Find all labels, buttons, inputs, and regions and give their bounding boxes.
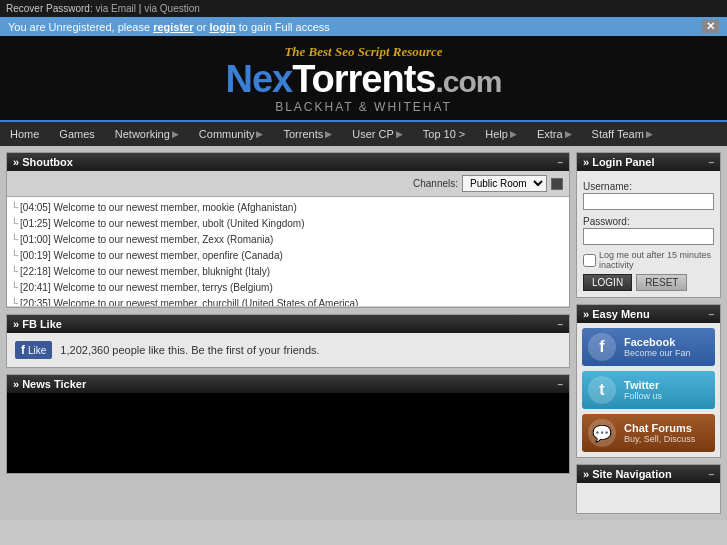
shoutbox-message: [00:19] Welcome to our newest member, op… [11, 248, 565, 264]
site-title: NexTorrents.com [10, 60, 717, 98]
easy-menu-twitter[interactable]: t Twitter Follow us [582, 371, 715, 409]
nav-item-torrents[interactable]: Torrents ▶ [273, 122, 342, 146]
twitter-title: Twitter [624, 379, 662, 391]
remember-checkbox[interactable] [583, 254, 596, 267]
site-nav-collapse[interactable]: – [708, 469, 714, 480]
easy-menu-collapse[interactable]: – [708, 309, 714, 320]
shoutbox-header: » Shoutbox – [7, 153, 569, 171]
main-nav: Home Games Networking ▶ Community ▶ Torr… [0, 120, 727, 146]
fb-like-panel: » FB Like – f Like 1,202,360 people like… [6, 314, 570, 368]
fb-like-count: 1,202,360 people like this. Be the first… [60, 344, 319, 356]
login-panel-body: Username: Password: Log me out after 15 … [577, 171, 720, 297]
channel-select[interactable]: Public Room [462, 175, 547, 192]
chat-icon: 💬 [588, 419, 616, 447]
easy-menu-title: » Easy Menu [583, 308, 650, 320]
easy-menu-header: » Easy Menu – [577, 305, 720, 323]
facebook-icon: f [588, 333, 616, 361]
nav-item-help[interactable]: Help ▶ [475, 122, 527, 146]
site-nav-body [577, 483, 720, 513]
fb-like-label: Like [28, 345, 46, 356]
password-input[interactable] [583, 228, 714, 245]
username-label: Username: [583, 181, 714, 192]
login-button-row: LOGIN RESET [583, 274, 714, 291]
notification-text: You are Unregistered, please register or… [8, 21, 330, 33]
twitter-icon: t [588, 376, 616, 404]
main-content: » Shoutbox – Channels: Public Room [04:0… [0, 146, 727, 520]
channel-icon [551, 178, 563, 190]
notification-bar: You are Unregistered, please register or… [0, 17, 727, 36]
nav-item-staffteam[interactable]: Staff Team ▶ [582, 122, 663, 146]
remember-row: Log me out after 15 minutes inactivity [583, 250, 714, 270]
chat-title: Chat Forums [624, 422, 695, 434]
chat-text: Chat Forums Buy, Sell, Discuss [624, 422, 695, 444]
shoutbox-message: [20:41] Welcome to our newest member, te… [11, 280, 565, 296]
login-link[interactable]: login [209, 21, 235, 33]
facebook-icon: f [21, 343, 25, 357]
facebook-sub: Become our Fan [624, 348, 691, 358]
news-ticker-panel: » News Ticker – [6, 374, 570, 474]
login-panel-header: » Login Panel – [577, 153, 720, 171]
notification-close-button[interactable]: ✕ [702, 20, 719, 33]
fb-like-header: » FB Like – [7, 315, 569, 333]
login-panel: » Login Panel – Username: Password: Log … [576, 152, 721, 298]
via-question-link[interactable]: via Question [144, 3, 200, 14]
nav-item-networking[interactable]: Networking ▶ [105, 122, 189, 146]
left-column: » Shoutbox – Channels: Public Room [04:0… [6, 152, 570, 514]
recover-password-text: Recover Password: via Email | via Questi… [6, 3, 200, 14]
site-title-torrents: Torrents [292, 58, 435, 100]
chat-sub: Buy, Sell, Discuss [624, 434, 695, 444]
facebook-text: Facebook Become our Fan [624, 336, 691, 358]
right-column: » Login Panel – Username: Password: Log … [576, 152, 721, 514]
site-nav-header: » Site Navigation – [577, 465, 720, 483]
easy-menu-chat[interactable]: 💬 Chat Forums Buy, Sell, Discuss [582, 414, 715, 452]
top-bar: Recover Password: via Email | via Questi… [0, 0, 727, 17]
username-input[interactable] [583, 193, 714, 210]
easy-menu-facebook[interactable]: f Facebook Become our Fan [582, 328, 715, 366]
nav-item-top10[interactable]: Top 10 > [413, 122, 476, 146]
shoutbox-title: » Shoutbox [13, 156, 73, 168]
site-nav-title: » Site Navigation [583, 468, 672, 480]
channel-label: Channels: [413, 178, 458, 189]
remember-label: Log me out after 15 minutes inactivity [599, 250, 714, 270]
via-email-link[interactable]: via Email [95, 3, 136, 14]
fb-like-collapse[interactable]: – [557, 319, 563, 330]
header: The Best Seo Script Resource NexTorrents… [0, 36, 727, 120]
fb-like-body: f Like 1,202,360 people like this. Be th… [7, 333, 569, 367]
shoutbox-message: [04:05] Welcome to our newest member, mo… [11, 200, 565, 216]
nav-item-games[interactable]: Games [49, 122, 104, 146]
nav-item-community[interactable]: Community ▶ [189, 122, 274, 146]
nav-item-home[interactable]: Home [0, 122, 49, 146]
reset-button[interactable]: RESET [636, 274, 687, 291]
shoutbox-toolbar: Channels: Public Room [7, 171, 569, 197]
shoutbox-panel: » Shoutbox – Channels: Public Room [04:0… [6, 152, 570, 308]
shoutbox-body: Channels: Public Room [04:05] Welcome to… [7, 171, 569, 307]
shoutbox-message: [01:00] Welcome to our newest member, Ze… [11, 232, 565, 248]
easy-menu-body: f Facebook Become our Fan t Twitter Foll… [577, 323, 720, 457]
shoutbox-message: [01:25] Welcome to our newest member, ub… [11, 216, 565, 232]
site-nav-panel: » Site Navigation – [576, 464, 721, 514]
login-panel-title: » Login Panel [583, 156, 655, 168]
shoutbox-messages[interactable]: [04:05] Welcome to our newest member, mo… [7, 197, 569, 307]
easy-menu-panel: » Easy Menu – f Facebook Become our Fan … [576, 304, 721, 458]
shoutbox-collapse[interactable]: – [557, 157, 563, 168]
site-title-com: .com [436, 65, 502, 98]
twitter-text: Twitter Follow us [624, 379, 662, 401]
nav-item-extra[interactable]: Extra ▶ [527, 122, 582, 146]
news-ticker-title: » News Ticker [13, 378, 86, 390]
shoutbox-message: [22:18] Welcome to our newest member, bl… [11, 264, 565, 280]
shoutbox-message: [20:35] Welcome to our newest member, ch… [11, 296, 565, 307]
news-ticker-body [7, 393, 569, 473]
fb-like-button[interactable]: f Like [15, 341, 52, 359]
site-title-nex: Nex [225, 58, 292, 100]
news-ticker-collapse[interactable]: – [557, 379, 563, 390]
register-link[interactable]: register [153, 21, 193, 33]
login-button[interactable]: LOGIN [583, 274, 632, 291]
facebook-title: Facebook [624, 336, 691, 348]
nav-item-usercp[interactable]: User CP ▶ [342, 122, 413, 146]
password-label: Password: [583, 216, 714, 227]
news-ticker-header: » News Ticker – [7, 375, 569, 393]
twitter-sub: Follow us [624, 391, 662, 401]
login-panel-collapse[interactable]: – [708, 157, 714, 168]
fb-like-title: » FB Like [13, 318, 62, 330]
sub-tagline: BLACKHAT & WHITEHAT [10, 100, 717, 114]
